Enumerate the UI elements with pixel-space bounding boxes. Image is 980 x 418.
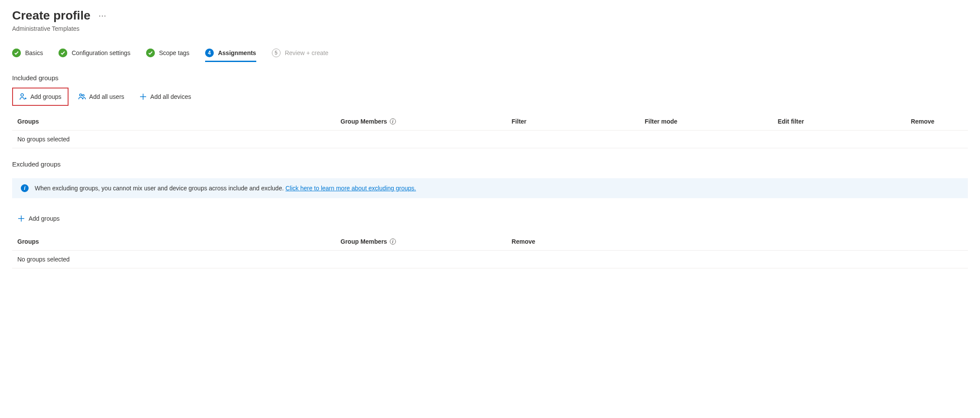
table-header-row: Groups Group Members i Filter Filter mod… [12,114,968,131]
excluded-groups-section: Excluded groups i When excluding groups,… [12,160,968,268]
add-all-users-button[interactable]: Add all users [73,89,130,104]
step-label: Scope tags [159,49,189,56]
included-groups-title: Included groups [12,74,968,82]
step-review-create[interactable]: 5 Review + create [272,49,329,62]
col-header-members-label: Group Members [340,238,387,245]
svg-point-4 [79,94,82,96]
step-basics[interactable]: Basics [12,49,43,62]
page-subtitle: Administrative Templates [12,25,968,32]
people-icon [78,93,86,101]
col-header-members: Group Members i [340,118,512,125]
step-number-icon: 4 [205,49,214,57]
table-header-row: Groups Group Members i Remove [12,234,968,251]
check-icon [146,49,155,57]
included-groups-table: Groups Group Members i Filter Filter mod… [12,114,968,148]
step-assignments[interactable]: 4 Assignments [205,49,256,62]
step-configuration-settings[interactable]: Configuration settings [59,49,130,62]
excluded-groups-title: Excluded groups [12,160,968,168]
col-header-members-label: Group Members [340,118,387,125]
plus-icon [17,215,25,222]
col-header-members: Group Members i [340,238,512,245]
excluded-actions-row: Add groups [12,211,968,226]
info-link-excluding-groups[interactable]: Click here to learn more about excluding… [285,185,416,192]
step-label: Basics [25,49,43,56]
col-header-remove: Remove [512,238,968,245]
included-actions-row: Add groups Add all users Add all devices [12,88,968,106]
col-header-remove: Remove [911,118,968,125]
wizard-stepper: Basics Configuration settings Scope tags… [12,49,968,62]
info-icon[interactable]: i [390,118,396,124]
add-all-devices-button[interactable]: Add all devices [134,89,196,104]
empty-message: No groups selected [17,136,340,143]
check-icon [59,49,67,57]
button-label: Add groups [29,215,60,222]
button-label: Add all devices [150,93,191,100]
svg-point-3 [21,94,23,96]
svg-point-5 [82,95,84,96]
step-scope-tags[interactable]: Scope tags [146,49,189,62]
check-icon [12,49,21,57]
table-empty-row: No groups selected [12,251,968,268]
step-label: Review + create [285,49,329,56]
more-options-icon[interactable]: ⋯ [98,11,107,20]
col-header-filter: Filter [512,118,645,125]
col-header-edit-filter: Edit filter [778,118,911,125]
add-groups-excluded-button[interactable]: Add groups [12,211,65,226]
included-groups-section: Included groups Add groups Add all users… [12,74,968,148]
table-empty-row: No groups selected [12,131,968,148]
col-header-filter-mode: Filter mode [645,118,778,125]
person-add-icon [19,93,27,101]
info-banner: i When excluding groups, you cannot mix … [12,178,968,198]
step-number-icon: 5 [272,49,281,57]
info-icon[interactable]: i [390,238,396,245]
col-header-groups: Groups [17,118,340,125]
button-label: Add groups [30,93,62,100]
button-label: Add all users [89,93,124,100]
info-icon: i [21,184,29,192]
excluded-groups-table: Groups Group Members i Remove No groups … [12,234,968,268]
step-label: Configuration settings [72,49,130,56]
page-title: Create profile [12,9,91,23]
add-groups-button[interactable]: Add groups [12,88,69,106]
plus-icon [139,93,147,101]
info-text: When excluding groups, you cannot mix us… [35,185,285,192]
col-header-groups: Groups [17,238,340,245]
info-banner-text: When excluding groups, you cannot mix us… [35,185,416,192]
empty-message: No groups selected [17,256,340,263]
step-label: Assignments [218,49,256,56]
page-header: Create profile ⋯ Administrative Template… [12,9,968,32]
